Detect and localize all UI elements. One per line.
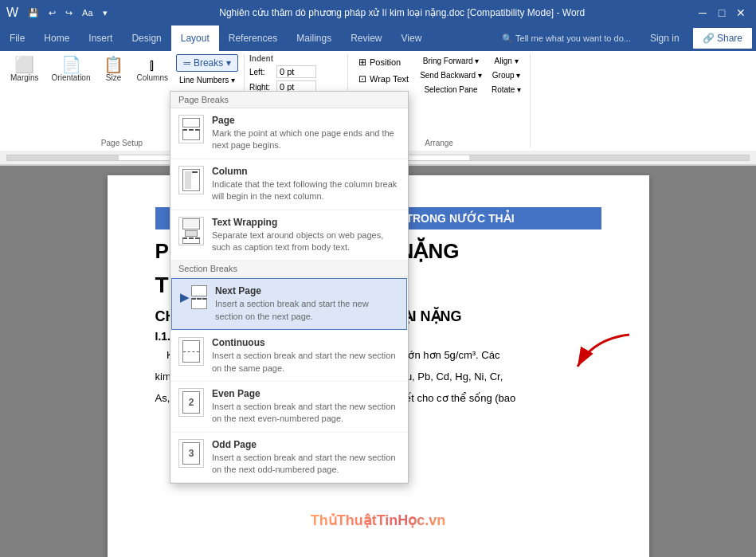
breaks-dropdown-menu: Page Breaks Page Mark the point at which…	[170, 166, 409, 484]
tab-references[interactable]: References	[219, 25, 287, 51]
columns-btn[interactable]: ⫿ Columns	[131, 54, 174, 84]
title-bar-left: W 💾 ↩ ↪ Aa ▾	[6, 6, 111, 20]
orientation-btn[interactable]: 📄 Orientation	[46, 54, 96, 84]
indent-left-row: Left:	[249, 65, 316, 78]
break-next-page-icon-area: ▶	[180, 285, 207, 309]
tab-mailings[interactable]: Mailings	[287, 25, 341, 51]
break-column-text: Column Indicate that the text following …	[212, 166, 400, 203]
break-next-page-item[interactable]: ▶ Next Page Insert a section break and s…	[171, 278, 407, 330]
break-odd-page-icon: 3	[178, 439, 204, 468]
tab-insert[interactable]: Insert	[79, 25, 122, 51]
position-label: Position	[370, 57, 401, 67]
next-page-arrow-icon: ▶	[180, 291, 189, 304]
title-bar: W 💾 ↩ ↪ Aa ▾ Nghiên cứu thăm dò phương p…	[0, 0, 756, 25]
tab-design[interactable]: Design	[122, 25, 170, 51]
break-next-page-desc: Insert a section break and start the new…	[215, 298, 398, 323]
break-column-desc: Indicate that the text following the col…	[212, 178, 400, 203]
breaks-icon: ═	[183, 57, 190, 69]
tab-home[interactable]: Home	[34, 25, 79, 51]
position-btn[interactable]: ⊞ Position	[353, 54, 414, 70]
arrow-annotation	[570, 331, 633, 381]
breaks-btn[interactable]: ═ Breaks ▾	[176, 54, 237, 72]
break-even-page-desc: Insert a section break and start the new…	[212, 401, 400, 426]
position-icon: ⊞	[358, 57, 366, 68]
orientation-icon: 📄	[61, 57, 81, 73]
send-backward-btn[interactable]: Send Backward ▾	[416, 69, 486, 82]
break-next-page-icon	[191, 285, 207, 309]
wrap-text-icon: ⊡	[358, 73, 366, 84]
break-text-wrapping-item[interactable]: Text Wrapping Separate text around objec…	[170, 210, 408, 261]
arrange-col-3: Align ▾ Group ▾ Rotate ▾	[488, 54, 525, 96]
maximize-btn[interactable]: □	[713, 4, 731, 22]
minimize-btn[interactable]: ─	[694, 4, 711, 22]
break-continuous-item[interactable]: Continuous Insert a section break and st…	[170, 331, 408, 382]
break-odd-page-text: Odd Page Insert a section break and star…	[212, 439, 400, 477]
break-column-title: Column	[212, 166, 400, 177]
tab-review[interactable]: Review	[341, 25, 391, 51]
break-even-page-text: Even Page Insert a section break and sta…	[212, 388, 400, 426]
rotate-btn[interactable]: Rotate ▾	[488, 83, 525, 96]
watermark: ThủThuậtTinHọc.vn	[311, 512, 446, 529]
sign-in-btn[interactable]: Sign in	[640, 25, 689, 51]
margins-btn[interactable]: ⬜ Margins	[5, 54, 45, 84]
break-column-icon	[178, 166, 204, 194]
size-btn[interactable]: 📋 Size	[98, 54, 130, 84]
customize-quick-access[interactable]: ▾	[100, 6, 111, 20]
break-continuous-text: Continuous Insert a section break and st…	[212, 337, 400, 375]
size-icon: 📋	[104, 57, 123, 73]
window-title: Nghiên cứu thăm dò phương pháp xử lí kim…	[111, 7, 694, 18]
close-btn[interactable]: ✕	[732, 4, 750, 22]
margins-icon: ⬜	[14, 57, 34, 73]
break-next-page-text: Next Page Insert a section break and sta…	[215, 285, 398, 323]
redo-quick-btn[interactable]: ↪	[62, 6, 76, 20]
break-odd-page-item[interactable]: 3 Odd Page Insert a section break and st…	[170, 433, 408, 484]
wrap-text-label: Wrap Text	[370, 74, 409, 84]
break-continuous-icon	[178, 337, 204, 366]
page-setup-label: Page Setup	[101, 139, 143, 147]
wrap-text-btn[interactable]: ⊡ Wrap Text	[353, 71, 414, 87]
break-odd-page-title: Odd Page	[212, 439, 400, 450]
break-text-wrapping-desc: Separate text around objects on web page…	[212, 229, 400, 254]
break-text-wrapping-text: Text Wrapping Separate text around objec…	[212, 217, 400, 254]
share-btn[interactable]: 🔗 Share	[692, 27, 753, 49]
arrange-col-1: ⊞ Position ⊡ Wrap Text	[353, 54, 414, 87]
undo-quick-btn[interactable]: ↩	[45, 6, 59, 20]
tell-me-btn[interactable]: 🔍 Tell me what you want to do...	[492, 25, 640, 51]
indent-left-input[interactable]	[276, 65, 316, 78]
break-even-page-title: Even Page	[212, 388, 400, 399]
columns-icon: ⫿	[148, 57, 156, 73]
tab-view[interactable]: View	[392, 25, 432, 51]
break-next-page-title: Next Page	[215, 285, 398, 296]
break-even-page-icon: 2	[178, 388, 204, 417]
section-breaks-label: Section Breaks	[170, 261, 408, 277]
tab-layout[interactable]: Layout	[171, 25, 219, 51]
break-continuous-title: Continuous	[212, 337, 400, 348]
document-area: PHẦN I: T NG TRONG NƯỚC THẢI PHẦN I : KI…	[0, 166, 756, 557]
break-continuous-desc: Insert a section break and start the new…	[212, 350, 400, 375]
break-odd-page-desc: Insert a section break and start the new…	[212, 452, 400, 477]
indent-left-label: Left:	[249, 68, 273, 76]
break-column-item[interactable]: Column Indicate that the text following …	[170, 166, 408, 210]
line-numbers-btn[interactable]: Line Numbers ▾	[175, 73, 239, 87]
indent-label: Indent	[249, 54, 273, 63]
title-bar-controls: ─ □ ✕	[694, 4, 750, 22]
watermark-text: ThủThuậtTinHọc.vn	[311, 512, 446, 528]
aa-btn[interactable]: Aa	[79, 6, 96, 19]
selection-pane-btn[interactable]: Selection Pane	[416, 83, 486, 96]
group-btn[interactable]: Group ▾	[488, 69, 525, 82]
ribbon-tab-bar: File Home Insert Design Layout Reference…	[0, 25, 756, 51]
break-even-page-item[interactable]: 2 Even Page Insert a section break and s…	[170, 382, 408, 433]
indent-right-label: Right:	[249, 83, 273, 92]
save-quick-btn[interactable]: 💾	[25, 6, 42, 20]
arrange-col-2: Bring Forward ▾ Send Backward ▾ Selectio…	[416, 54, 486, 96]
tab-file[interactable]: File	[0, 25, 34, 51]
break-text-wrapping-icon	[178, 217, 204, 245]
word-icon: W	[6, 6, 18, 20]
align-btn[interactable]: Align ▾	[488, 54, 525, 68]
red-arrow-svg	[570, 331, 633, 379]
breaks-label: Breaks ▾	[194, 57, 231, 69]
bring-forward-btn[interactable]: Bring Forward ▾	[416, 54, 486, 68]
break-text-wrapping-title: Text Wrapping	[212, 217, 400, 228]
arrange-label: Arrange	[425, 139, 453, 147]
